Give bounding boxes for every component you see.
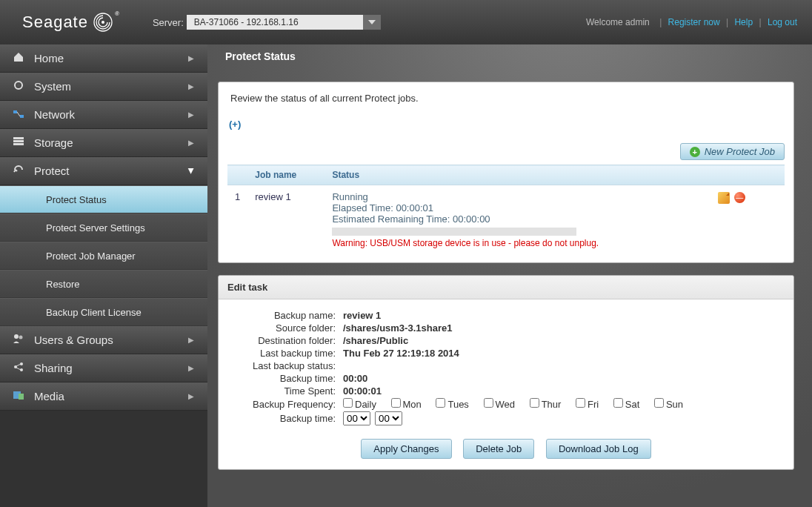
lbl-time-spent: Time Spent: bbox=[229, 385, 336, 397]
panel-description: Review the status of all current Protect… bbox=[227, 90, 785, 114]
nav-network[interactable]: Network ▶ bbox=[0, 101, 207, 129]
freq-mon-label: Mon bbox=[403, 399, 422, 410]
freq-thur-checkbox[interactable] bbox=[530, 398, 539, 408]
apply-changes-button[interactable]: Apply Changes bbox=[361, 439, 451, 459]
logout-link[interactable]: Log out bbox=[768, 17, 797, 27]
svg-rect-8 bbox=[13, 143, 24, 145]
nav-users-groups[interactable]: Users & Groups ▶ bbox=[0, 326, 207, 354]
expand-link[interactable]: (+) bbox=[227, 114, 242, 137]
chevron-right-icon: ▶ bbox=[188, 392, 194, 400]
delete-icon[interactable]: — bbox=[734, 192, 745, 203]
dropdown-caret-icon[interactable] bbox=[363, 15, 381, 30]
plus-icon: + bbox=[690, 147, 700, 157]
edit-icon[interactable] bbox=[718, 192, 730, 204]
edit-task-title: Edit task bbox=[219, 276, 793, 299]
nav-label: System bbox=[34, 80, 71, 93]
nav-label: Users & Groups bbox=[34, 334, 113, 346]
lbl-freq: Backup Frequency: bbox=[229, 399, 336, 410]
network-icon bbox=[10, 108, 27, 121]
nav-storage[interactable]: Storage ▶ bbox=[0, 129, 207, 157]
download-job-log-button[interactable]: Download Job Log bbox=[546, 439, 651, 459]
col-status[interactable]: Status bbox=[325, 165, 710, 185]
welcome-text: Welcome admin bbox=[586, 17, 650, 27]
subnav-restore[interactable]: Restore bbox=[0, 270, 207, 298]
subnav-protect-job-manager[interactable]: Protect Job Manager bbox=[0, 242, 207, 270]
protect-submenu: Protect Status Protect Server Settings P… bbox=[0, 185, 207, 326]
freq-mon-checkbox[interactable] bbox=[391, 398, 401, 408]
subnav-protect-server-settings[interactable]: Protect Server Settings bbox=[0, 213, 207, 242]
col-jobname[interactable]: Job name bbox=[247, 165, 325, 185]
lbl-source: Source folder: bbox=[229, 322, 336, 334]
storage-icon bbox=[10, 136, 27, 149]
server-label: Server: bbox=[153, 17, 184, 28]
freq-thur-label: Thur bbox=[542, 399, 562, 410]
status-running: Running bbox=[332, 191, 703, 202]
top-links: Welcome admin | Register now | Help | Lo… bbox=[582, 17, 797, 27]
nav-sharing[interactable]: Sharing ▶ bbox=[0, 354, 207, 382]
svg-point-9 bbox=[14, 334, 19, 339]
chevron-right-icon: ▶ bbox=[188, 110, 194, 119]
svg-point-1 bbox=[102, 21, 104, 24]
nav-protect[interactable]: Protect ▶ bbox=[0, 157, 207, 185]
home-icon bbox=[10, 51, 27, 65]
lbl-last-time: Last backup time: bbox=[229, 348, 336, 359]
chevron-right-icon: ▶ bbox=[188, 364, 194, 372]
users-icon bbox=[10, 334, 27, 346]
val-btime: 00:00 bbox=[343, 373, 367, 384]
sidebar: Home ▶ System ▶ Network ▶ Storage ▶ bbox=[0, 44, 207, 507]
freq-sat-checkbox[interactable] bbox=[613, 398, 623, 408]
seagate-swirl-icon bbox=[93, 12, 113, 33]
button-label: New Protect Job bbox=[705, 146, 775, 157]
row-jobname[interactable]: review 1 bbox=[247, 185, 325, 256]
status-warning: Warning: USB/USM storage device is in us… bbox=[332, 238, 703, 249]
jobs-panel: Review the status of all current Protect… bbox=[218, 82, 794, 263]
val-backup-name: review 1 bbox=[343, 310, 381, 321]
subnav-backup-client-license[interactable]: Backup Client License bbox=[0, 298, 207, 326]
help-link[interactable]: Help bbox=[734, 17, 753, 27]
nav-media[interactable]: Media ▶ bbox=[0, 382, 207, 411]
edit-task-panel: Edit task Backup name:review 1 Source fo… bbox=[218, 275, 794, 470]
server-value: BA-371066 - 192.168.1.16 bbox=[187, 17, 363, 27]
nav-label: Sharing bbox=[34, 362, 73, 374]
col-actions bbox=[710, 165, 785, 185]
freq-daily-label: Daily bbox=[355, 399, 376, 410]
freq-fri-checkbox[interactable] bbox=[576, 398, 585, 408]
freq-options: Daily Mon Tues Wed Thur Fri Sat Sun bbox=[343, 398, 695, 410]
chevron-right-icon: ▶ bbox=[188, 336, 194, 344]
delete-job-button[interactable]: Delete Job bbox=[463, 439, 534, 459]
freq-tues-checkbox[interactable] bbox=[436, 398, 445, 408]
svg-rect-5 bbox=[20, 115, 24, 118]
col-blank bbox=[227, 165, 247, 185]
nav-label: Protect bbox=[34, 165, 70, 177]
freq-sun-checkbox[interactable] bbox=[654, 398, 664, 408]
page-title: Protect Status bbox=[207, 44, 812, 82]
protect-icon bbox=[10, 164, 27, 178]
subnav-protect-status[interactable]: Protect Status bbox=[0, 185, 207, 213]
freq-fri-label: Fri bbox=[588, 399, 599, 410]
hour-select[interactable]: 00 bbox=[343, 411, 370, 425]
nav-label: Network bbox=[34, 108, 75, 121]
subnav-label: Restore bbox=[46, 279, 80, 290]
subnav-label: Protect Status bbox=[46, 194, 107, 205]
freq-sun-label: Sun bbox=[666, 399, 683, 410]
new-protect-job-button[interactable]: + New Protect Job bbox=[680, 143, 785, 160]
freq-daily-checkbox[interactable] bbox=[343, 398, 353, 408]
register-link[interactable]: Register now bbox=[668, 17, 720, 27]
subnav-label: Protect Job Manager bbox=[46, 251, 136, 262]
freq-wed-checkbox[interactable] bbox=[484, 398, 493, 408]
nav-home[interactable]: Home ▶ bbox=[0, 44, 207, 73]
minute-select[interactable]: 00 bbox=[375, 411, 402, 425]
jobs-table: Job name Status 1 review 1 Running bbox=[227, 165, 785, 255]
val-dest: /shares/Public bbox=[343, 335, 408, 346]
nav-system[interactable]: System ▶ bbox=[0, 73, 207, 101]
brand-logo: Seagate ® bbox=[22, 12, 119, 33]
nav-label: Media bbox=[34, 390, 64, 402]
freq-sat-label: Sat bbox=[625, 399, 640, 410]
lbl-dest: Destination folder: bbox=[229, 335, 336, 346]
subnav-label: Protect Server Settings bbox=[46, 222, 145, 233]
svg-rect-15 bbox=[19, 394, 24, 400]
media-icon bbox=[10, 390, 27, 402]
server-dropdown[interactable]: BA-371066 - 192.168.1.16 bbox=[187, 15, 381, 30]
val-time-spent: 00:00:01 bbox=[343, 385, 382, 397]
freq-wed-label: Wed bbox=[496, 399, 516, 410]
